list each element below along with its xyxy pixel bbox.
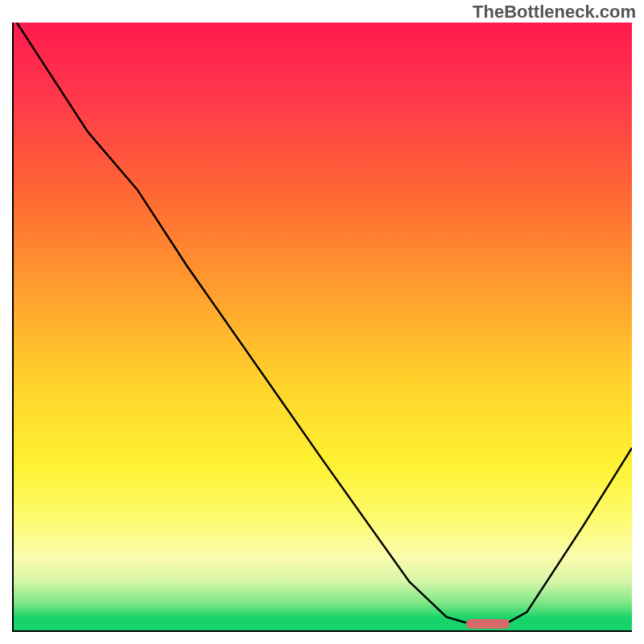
curve-svg <box>14 23 632 630</box>
chart-container: TheBottleneck.com <box>0 0 644 644</box>
optimal-range-marker <box>466 619 510 629</box>
plot-area <box>12 23 632 632</box>
watermark-text: TheBottleneck.com <box>473 2 636 23</box>
bottleneck-curve <box>17 23 632 622</box>
